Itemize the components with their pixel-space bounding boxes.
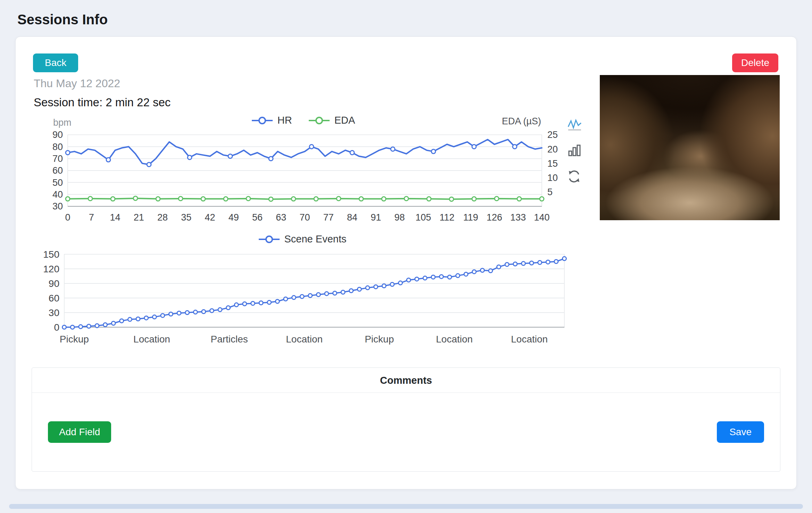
svg-text:70: 70 bbox=[299, 212, 310, 223]
svg-text:60: 60 bbox=[49, 293, 59, 304]
svg-text:21: 21 bbox=[134, 212, 144, 223]
svg-text:84: 84 bbox=[347, 212, 357, 223]
comments-title: Comments bbox=[32, 368, 780, 393]
horizontal-scrollbar[interactable] bbox=[9, 504, 803, 509]
svg-text:40: 40 bbox=[52, 189, 63, 200]
svg-text:20: 20 bbox=[547, 144, 558, 155]
svg-text:7: 7 bbox=[89, 212, 94, 223]
svg-text:35: 35 bbox=[181, 212, 191, 223]
svg-text:10: 10 bbox=[547, 173, 558, 183]
session-screenshot bbox=[600, 75, 780, 220]
svg-text:50: 50 bbox=[52, 177, 63, 188]
svg-text:28: 28 bbox=[157, 212, 168, 223]
legend-label: HR bbox=[277, 115, 292, 126]
comments-panel: Comments Add Field Save bbox=[32, 367, 780, 472]
svg-text:98: 98 bbox=[394, 212, 405, 223]
scene-events-legend: Scene Events bbox=[31, 233, 573, 245]
svg-text:Location: Location bbox=[511, 334, 548, 345]
chart-controls bbox=[566, 117, 582, 184]
session-date: Thu May 12 2022 bbox=[34, 77, 120, 90]
svg-text:0: 0 bbox=[54, 322, 59, 333]
svg-text:119: 119 bbox=[463, 212, 478, 223]
bar-chart-icon[interactable] bbox=[566, 143, 582, 158]
svg-text:105: 105 bbox=[415, 212, 431, 223]
svg-text:30: 30 bbox=[49, 307, 59, 318]
legend-label: Scene Events bbox=[284, 233, 347, 245]
svg-text:77: 77 bbox=[323, 212, 334, 223]
scene-events-chart: 0306090120150PickupLocationParticlesLoca… bbox=[31, 249, 573, 347]
line-chart-icon[interactable] bbox=[566, 117, 582, 133]
svg-text:25: 25 bbox=[547, 130, 558, 140]
svg-text:Location: Location bbox=[436, 334, 473, 345]
svg-text:15: 15 bbox=[547, 158, 558, 169]
legend-marker-icon bbox=[258, 234, 280, 244]
session-time: Session time: 2 min 22 sec bbox=[34, 96, 171, 109]
svg-text:56: 56 bbox=[252, 212, 263, 223]
page-title: Sessions Info bbox=[17, 12, 795, 27]
svg-text:5: 5 bbox=[547, 187, 553, 197]
svg-text:42: 42 bbox=[205, 212, 215, 223]
svg-text:150: 150 bbox=[43, 249, 59, 260]
svg-text:80: 80 bbox=[52, 142, 63, 152]
session-card: Back Delete Thu May 12 2022 Session time… bbox=[15, 36, 797, 489]
svg-text:Pickup: Pickup bbox=[365, 334, 394, 345]
svg-text:Particles: Particles bbox=[211, 334, 248, 345]
refresh-icon[interactable] bbox=[566, 169, 582, 184]
svg-text:120: 120 bbox=[43, 264, 59, 274]
svg-text:90: 90 bbox=[49, 278, 59, 289]
hr-eda-chart: 3040506070809051015202507142128354249566… bbox=[35, 130, 571, 224]
add-field-button[interactable]: Add Field bbox=[48, 421, 111, 443]
delete-button[interactable]: Delete bbox=[732, 53, 778, 72]
svg-text:63: 63 bbox=[276, 212, 286, 223]
svg-text:91: 91 bbox=[371, 212, 381, 223]
legend-item-scene-events[interactable]: Scene Events bbox=[258, 233, 347, 245]
legend-item-eda[interactable]: EDA bbox=[308, 115, 355, 126]
svg-text:60: 60 bbox=[52, 165, 63, 176]
svg-text:30: 30 bbox=[52, 201, 63, 212]
legend-marker-icon bbox=[308, 116, 330, 125]
legend-marker-icon bbox=[251, 116, 273, 125]
svg-text:133: 133 bbox=[510, 212, 526, 223]
svg-text:70: 70 bbox=[52, 154, 63, 164]
svg-text:112: 112 bbox=[439, 212, 454, 223]
svg-text:14: 14 bbox=[110, 212, 120, 223]
svg-text:90: 90 bbox=[52, 130, 63, 140]
svg-text:0: 0 bbox=[65, 212, 70, 223]
save-button[interactable]: Save bbox=[717, 421, 764, 443]
legend-label: EDA bbox=[334, 115, 355, 126]
comments-body: Add Field Save bbox=[32, 393, 780, 471]
svg-text:Location: Location bbox=[286, 334, 323, 345]
legend-item-hr[interactable]: HR bbox=[251, 115, 292, 126]
svg-text:126: 126 bbox=[487, 212, 502, 223]
page: Sessions Info Back Delete Thu May 12 202… bbox=[0, 0, 812, 496]
svg-text:Location: Location bbox=[133, 334, 170, 345]
svg-text:49: 49 bbox=[229, 212, 239, 223]
right-axis-title: EDA (µS) bbox=[502, 116, 575, 127]
svg-text:Pickup: Pickup bbox=[60, 334, 89, 345]
svg-text:140: 140 bbox=[534, 212, 549, 223]
hr-eda-legend: HREDA bbox=[35, 115, 571, 126]
back-button[interactable]: Back bbox=[33, 53, 78, 72]
